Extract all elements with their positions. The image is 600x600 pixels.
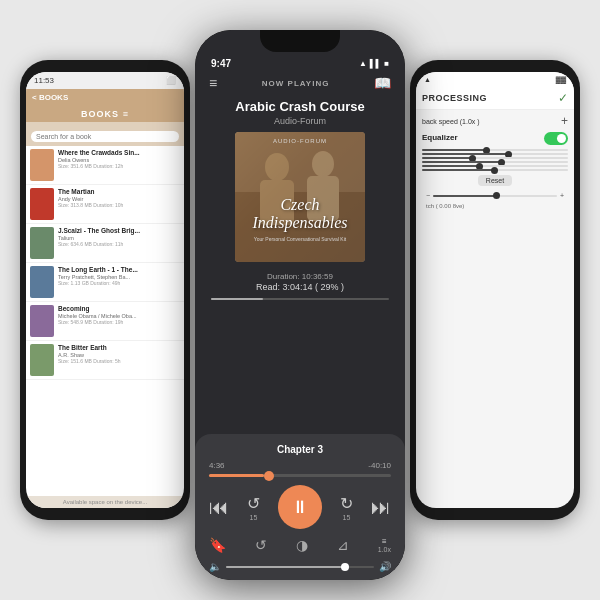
left-books-title: BOOKS [81,109,119,119]
pitch-label: tch ( 0.00 8ve) [422,201,568,211]
book-cover-thumb [30,149,54,181]
book-title-text: The Martian [58,188,180,196]
left-back-bar[interactable]: < BOOKS [26,89,184,106]
check-icon[interactable]: ✓ [558,91,568,105]
left-title-bar: BOOKS ≡ [26,106,184,122]
cover-subtitle-art: Your Personal Conversational Survival Ki… [254,236,346,242]
cover-title-art: CzechIndispensables [252,196,347,231]
left-footer: Available space on the device... [26,496,184,508]
eq-slider-row[interactable] [422,149,568,151]
speed-label: back speed (1.0x ) [422,118,480,125]
battery-icon: ■ [384,59,389,68]
slider-fill-2 [422,157,473,159]
eq-toggle[interactable] [544,132,568,145]
skip15-back-button[interactable]: ↺ 15 [247,494,260,521]
right-wifi-icon: ▲ [424,76,431,83]
book-meta-text: Size: 548.9 MB Duration: 19h [58,319,180,325]
hamburger-icon[interactable]: ≡ [209,75,217,91]
book-list: Where the Crawdads Sin... Delia Owens Si… [26,146,184,380]
left-search-area[interactable] [26,122,184,146]
pitch-plus[interactable]: + [560,192,564,199]
volume-row: 🔈 🔊 [209,559,391,574]
left-menu-icon[interactable]: ≡ [123,109,129,119]
slider-track-3 [422,161,568,163]
pitch-minus[interactable]: − [426,192,430,199]
eq-slider-row[interactable] [422,157,568,159]
speed-label: 1.0x [378,546,391,553]
center-nav: ≡ NOW PLAYING 📖 [195,71,405,95]
right-phone: ▲ ▓▓ PROCESSING ✓ back speed (1.0x ) + E… [410,60,580,520]
speed-row: back speed (1.0x ) + [422,114,568,128]
list-item[interactable]: J.Scalzi - The Ghost Brig... Talium Size… [26,224,184,263]
eq-slider-row[interactable] [422,169,568,171]
playback-fill [209,474,264,477]
cover-art: AUDIO-FORUM CzechIndispensables Your Per… [235,132,365,262]
book-cover-thumb [30,227,54,259]
duration-label: Duration: 10:36:59 [195,270,405,282]
left-back-label[interactable]: < BOOKS [32,93,68,102]
airplay-button[interactable]: ⊿ [337,537,349,553]
eq-slider-row[interactable] [422,153,568,155]
left-phone-screen: 11:53 ⬜ < BOOKS BOOKS ≡ Where the Crawda… [26,72,184,508]
center-time: 9:47 [211,58,231,69]
center-phone-screen: 9:47 ▲ ▌▌ ■ ≡ NOW PLAYING 📖 Arabic Crash… [195,30,405,580]
book-meta-text: Size: 313.8 MB Duration: 10h [58,202,180,208]
book-icon[interactable]: 📖 [374,75,391,91]
book-cover-thumb [30,266,54,298]
slider-dot-5 [491,167,498,174]
speed-control[interactable]: ≡ 1.0x [378,537,391,553]
list-item[interactable]: The Long Earth - 1 - The... Terry Pratch… [26,263,184,302]
wifi-icon: ▌▌ [370,59,381,68]
theme-button[interactable]: ◑ [296,537,308,553]
book-title-text: The Long Earth - 1 - The... [58,266,180,274]
skip15-fwd-button[interactable]: ↻ 15 [340,494,353,521]
notch [260,30,340,52]
play-pause-button[interactable]: ⏸ [278,485,322,529]
slider-track-5 [422,169,568,171]
now-playing-label: NOW PLAYING [262,79,330,88]
right-status-bar: ▲ ▓▓ [416,72,574,87]
book-title-text: Becoming [58,305,180,313]
right-title-bar: PROCESSING ✓ [416,87,574,110]
book-cover-thumb [30,188,54,220]
book-info: The Long Earth - 1 - The... Terry Pratch… [58,266,180,286]
secondary-controls: 🔖 ↺ ◑ ⊿ ≡ 1.0x [209,537,391,553]
skip-back-button[interactable]: ⏮ [209,496,229,519]
book-progress-bar[interactable] [211,298,389,300]
slider-fill-1 [422,153,510,155]
book-cover-thumb [30,344,54,376]
list-item[interactable]: The Bitter Earth A.R. Shaw Size: 151.6 M… [26,341,184,380]
playback-dot [264,471,274,481]
slider-track-2 [422,157,568,159]
right-battery-icon: ▓▓ [556,76,566,83]
center-status-icons: ▲ ▌▌ ■ [359,59,389,68]
search-input[interactable] [31,131,179,142]
eq-sliders [422,149,568,171]
list-item[interactable]: Where the Crawdads Sin... Delia Owens Si… [26,146,184,185]
skip15-fwd-icon: ↻ [340,494,353,513]
left-status-bar: 11:53 ⬜ [26,72,184,89]
time-row: 4:36 -40:10 [209,461,391,470]
volume-dot [341,563,349,571]
eq-slider-row[interactable] [422,161,568,163]
speed-icon: ≡ [382,537,387,546]
reset-button[interactable]: Reset [478,175,512,186]
skip-fwd-button[interactable]: ⏭ [371,496,391,519]
volume-fill [226,566,344,568]
refresh-button[interactable]: ↺ [255,537,267,553]
playback-progress[interactable] [209,474,391,477]
book-title-text: J.Scalzi - The Ghost Brig... [58,227,180,235]
time-elapsed: 4:36 [209,461,225,470]
skip15-back-label: 15 [250,514,258,521]
list-item[interactable]: Becoming Michele Obama / Michele Oba... … [26,302,184,341]
volume-track[interactable] [226,566,374,568]
volume-low-icon: 🔈 [209,561,221,572]
book-title-text: The Bitter Earth [58,344,180,352]
time-remaining: -40:10 [368,461,391,470]
volume-high-icon: 🔊 [379,561,391,572]
plus-icon[interactable]: + [561,114,568,128]
skip15-back-icon: ↺ [247,494,260,513]
list-item[interactable]: The Martian Andy Weir Size: 313.8 MB Dur… [26,185,184,224]
book-meta-text: Size: 351.6 MB Duration: 12h [58,163,180,169]
bookmark-button[interactable]: 🔖 [209,537,226,553]
